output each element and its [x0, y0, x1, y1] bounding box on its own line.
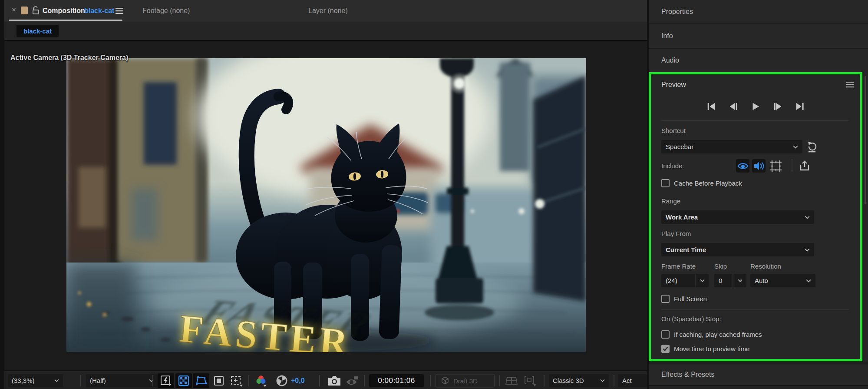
exposure-value[interactable]: +0,0	[291, 377, 305, 385]
renderer-dropdown[interactable]: Classic 3D	[549, 374, 609, 387]
range-dropdown[interactable]: Work Area	[661, 210, 814, 224]
after-effects-window: × Composition black-cat Footage (none) L…	[0, 0, 868, 389]
checkbox-label: If caching, play cached frames	[674, 331, 762, 338]
draft-3d-label: Draft 3D	[453, 377, 478, 384]
tab-effects-presets[interactable]: Effects & Presets	[649, 364, 868, 385]
last-frame-button[interactable]	[795, 101, 805, 112]
timecode-field[interactable]: 0:00:01:06	[369, 374, 424, 387]
include-video-button[interactable]	[736, 159, 749, 173]
divider	[80, 375, 81, 386]
view-dropdown[interactable]: Act	[618, 374, 647, 387]
pixel-aspect-icon[interactable]	[521, 373, 538, 388]
divider	[430, 375, 431, 386]
show-channel-button[interactable]	[254, 373, 268, 388]
tab-properties[interactable]: Properties	[649, 0, 868, 23]
shortcut-dropdown[interactable]: Spacebar	[661, 140, 802, 153]
adjust-exposure-icon[interactable]	[274, 373, 289, 388]
divider	[661, 309, 849, 310]
divider	[661, 120, 849, 121]
tab-composition[interactable]: Composition	[43, 0, 85, 22]
resolution-dropdown[interactable]: (Half)	[86, 374, 158, 387]
window-edge	[0, 0, 4, 389]
include-label: Include:	[661, 162, 684, 170]
include-overlays-button[interactable]	[769, 159, 782, 173]
close-icon[interactable]: ×	[10, 6, 18, 14]
divider	[319, 375, 320, 386]
take-snapshot-button[interactable]	[326, 373, 343, 388]
full-screen-checkbox[interactable]: Full Screen	[661, 295, 707, 303]
divider	[614, 375, 614, 386]
first-frame-button[interactable]	[706, 101, 716, 112]
unlock-icon[interactable]	[32, 6, 40, 17]
range-label: Range	[661, 197, 680, 205]
cube-icon	[440, 376, 450, 386]
speaker-icon	[753, 161, 765, 171]
checkbox-label: Move time to preview time	[674, 345, 749, 352]
composition-panel: × Composition black-cat Footage (none) L…	[4, 0, 647, 389]
frame-rate-select[interactable]: (24)	[661, 274, 709, 287]
divider	[364, 375, 365, 386]
transparency-grid-button[interactable]	[175, 373, 192, 388]
play-from-dropdown[interactable]: Current Time	[661, 243, 814, 256]
on-stop-heading: On (Spacebar) Stop:	[661, 315, 721, 323]
draft-3d-toggle[interactable]: Draft 3D	[436, 374, 495, 387]
view-layout-icon[interactable]	[504, 373, 519, 388]
frame-rate-label: Frame Rate	[661, 263, 696, 270]
checkbox[interactable]	[661, 345, 670, 353]
composition-mini-tab[interactable]: black-cat	[17, 25, 59, 37]
divider	[544, 375, 545, 386]
chevron-down-icon[interactable]	[695, 274, 709, 287]
include-output-button[interactable]	[798, 159, 811, 173]
mask-visibility-button[interactable]	[193, 373, 209, 388]
reset-shortcut-button[interactable]	[806, 141, 818, 155]
preview-panel-title[interactable]: Preview	[661, 81, 686, 89]
fast-previews-button[interactable]	[158, 373, 174, 388]
active-camera-label: Active Camera (3D Tracker Camera)	[10, 54, 128, 62]
divider	[499, 375, 500, 386]
checkbox-label: Full Screen	[674, 295, 707, 303]
chevron-down-icon[interactable]	[733, 274, 746, 287]
checkbox[interactable]	[661, 330, 670, 339]
checkbox[interactable]	[661, 179, 670, 187]
active-tab-underline	[9, 20, 122, 21]
resolution-label: Resolution	[750, 263, 781, 270]
divider	[248, 375, 249, 386]
resolution-select[interactable]: Auto	[750, 274, 815, 287]
transport-controls	[651, 101, 860, 112]
right-panel-stack: Properties Info Audio Preview	[649, 0, 868, 389]
play-cached-frames-checkbox[interactable]: If caching, play cached frames	[661, 330, 762, 339]
panel-tab-bar: × Composition black-cat Footage (none) L…	[4, 0, 647, 22]
panel-menu-icon[interactable]	[116, 7, 123, 16]
cache-before-playback-checkbox[interactable]: Cache Before Playback	[661, 179, 742, 187]
skip-label: Skip	[714, 263, 727, 270]
include-audio-button[interactable]	[752, 159, 766, 173]
panel-scrollbar[interactable]	[865, 76, 866, 204]
composition-color-swatch	[21, 7, 28, 14]
viewer-toolbar: (33,3%) (Half)	[4, 370, 647, 389]
skip-select[interactable]: 0	[714, 274, 746, 287]
video-frame: FASTER FASTER	[66, 58, 586, 352]
tab-audio[interactable]: Audio	[649, 49, 868, 72]
composition-mini-tab-row: black-cat	[4, 22, 647, 41]
eye-icon	[737, 162, 749, 170]
tab-composition-name[interactable]: black-cat	[84, 0, 114, 22]
checkbox[interactable]	[661, 295, 670, 303]
play-from-label: Play From	[661, 230, 691, 237]
tab-footage[interactable]: Footage (none)	[142, 0, 190, 22]
tab-layer[interactable]: Layer (none)	[308, 0, 348, 22]
preview-menu-icon[interactable]	[846, 82, 854, 90]
tab-info[interactable]: Info	[649, 24, 868, 48]
overlays-icon	[770, 160, 782, 172]
next-frame-button[interactable]	[772, 101, 783, 112]
composition-viewer[interactable]: Active Camera (3D Tracker Camera)	[4, 41, 647, 370]
grid-guides-button[interactable]	[228, 373, 245, 388]
preview-panel-highlight: Preview	[649, 72, 862, 361]
show-snapshot-button[interactable]	[344, 373, 360, 388]
magnification-dropdown[interactable]: (33,3%)	[8, 374, 63, 387]
region-of-interest-button[interactable]	[211, 373, 227, 388]
play-button[interactable]	[750, 101, 761, 112]
shortcut-label: Shortcut	[661, 127, 686, 134]
move-time-checkbox[interactable]: Move time to preview time	[661, 345, 749, 353]
export-icon	[799, 160, 810, 172]
previous-frame-button[interactable]	[728, 101, 739, 112]
